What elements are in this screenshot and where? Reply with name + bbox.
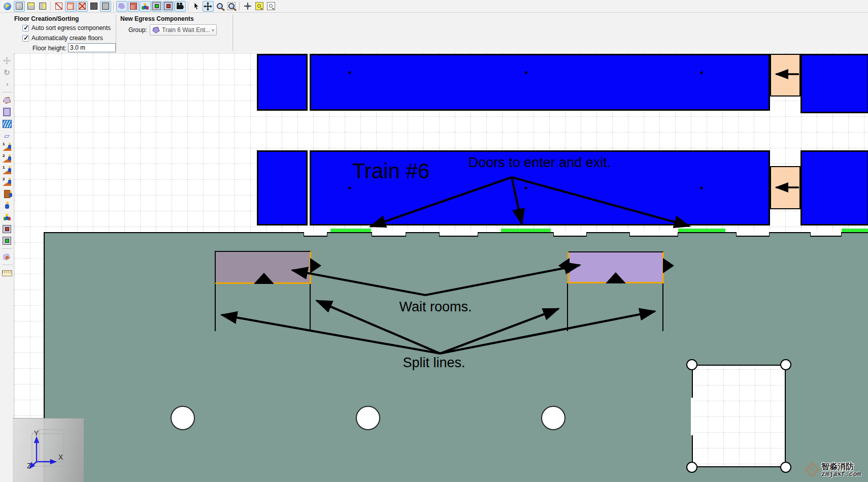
train-door[interactable] bbox=[501, 229, 551, 232]
terrain-icon bbox=[118, 3, 125, 10]
door-tool-button[interactable] bbox=[1, 118, 13, 129]
navigate-view-button[interactable] bbox=[2, 1, 13, 12]
measure-tool-button[interactable] bbox=[1, 268, 13, 278]
floor-height-input[interactable] bbox=[68, 43, 116, 52]
split-line[interactable] bbox=[310, 284, 311, 331]
wait-rooms-annotation[interactable]: Wait rooms. bbox=[399, 299, 472, 315]
door-marker-up[interactable] bbox=[606, 272, 626, 283]
group-dropdown[interactable]: Train 6 Wait Ent... ▾ bbox=[150, 24, 217, 36]
thin-room-tool-button[interactable] bbox=[1, 130, 13, 141]
platform-column[interactable] bbox=[171, 406, 195, 430]
watermark: 智淼消防 zmjaxf.com bbox=[805, 462, 861, 477]
platform-column[interactable] bbox=[356, 406, 380, 430]
train-car[interactable] bbox=[257, 54, 770, 111]
train-car[interactable] bbox=[800, 54, 868, 113]
train-door[interactable] bbox=[678, 229, 725, 232]
orbit-point-tool-button[interactable] bbox=[242, 1, 253, 12]
elevator-tool-button[interactable] bbox=[1, 188, 13, 199]
zoom-fit-selected-button[interactable] bbox=[265, 1, 277, 12]
add-occupant-tool-button[interactable] bbox=[1, 200, 13, 211]
exit-door-tool-button[interactable] bbox=[1, 223, 13, 234]
platform-column[interactable] bbox=[541, 406, 565, 430]
wireframe-render-button[interactable] bbox=[53, 1, 64, 12]
sidebar-separator bbox=[2, 248, 12, 249]
zoom-fit-all-button[interactable] bbox=[254, 1, 265, 12]
show-occupants-button[interactable] bbox=[140, 1, 151, 12]
corner-column[interactable] bbox=[686, 359, 697, 370]
group-label: Group: bbox=[128, 26, 147, 34]
door-marker-right[interactable] bbox=[663, 258, 674, 273]
polygon-room-tool-button[interactable] bbox=[1, 95, 13, 106]
solid-render-button[interactable] bbox=[100, 1, 111, 12]
entry-door-tool-button[interactable] bbox=[1, 235, 13, 246]
door-marker-right[interactable] bbox=[310, 258, 321, 273]
orbit-point-icon bbox=[244, 3, 251, 10]
perspective-view-button[interactable] bbox=[14, 1, 25, 12]
move-icon bbox=[3, 57, 11, 65]
cutout-door-gap bbox=[691, 398, 693, 435]
corner-column[interactable] bbox=[780, 462, 791, 473]
cutout-room[interactable] bbox=[692, 365, 786, 467]
auto-sort-checkbox[interactable] bbox=[22, 25, 29, 31]
doors-annotation[interactable]: Doors to enter and exit. bbox=[469, 155, 611, 171]
rectangle-room-tool-button[interactable] bbox=[1, 107, 13, 117]
corner-column[interactable] bbox=[780, 359, 791, 370]
show-exits-button[interactable] bbox=[163, 1, 174, 12]
show-cameras-button[interactable] bbox=[175, 1, 186, 12]
axis-x-label: X bbox=[58, 453, 63, 461]
pan-tool-button[interactable] bbox=[203, 1, 214, 12]
train-car[interactable] bbox=[800, 150, 868, 226]
orbit-objects-tool-button[interactable] bbox=[1, 79, 13, 89]
transparent-render-button[interactable] bbox=[77, 1, 88, 12]
split-line[interactable] bbox=[215, 284, 216, 331]
side-view-button[interactable] bbox=[37, 1, 48, 12]
ramp-tool-1-button[interactable]: 1 bbox=[1, 165, 13, 176]
auto-create-checkbox[interactable] bbox=[22, 35, 29, 42]
polygon-room-icon bbox=[3, 97, 11, 104]
platform-edge-notch bbox=[553, 232, 587, 237]
auto-sort-checkbox-row[interactable]: Auto sort egress components bbox=[22, 24, 111, 31]
move-objects-tool-button[interactable] bbox=[1, 55, 13, 66]
magnifier-icon bbox=[217, 3, 223, 9]
rectangle-room-icon bbox=[3, 108, 11, 116]
auto-create-checkbox-row[interactable]: Automatically create floors bbox=[22, 35, 103, 42]
show-assemblies-button[interactable] bbox=[128, 1, 139, 12]
corner-column[interactable] bbox=[686, 462, 697, 473]
split-line[interactable] bbox=[567, 283, 568, 331]
door-marker-up[interactable] bbox=[254, 273, 274, 284]
panel-separator bbox=[232, 15, 233, 51]
door-wall-icon bbox=[152, 2, 161, 10]
train-connector[interactable] bbox=[770, 166, 800, 209]
train-door[interactable] bbox=[330, 229, 371, 232]
stairs-tool-2-button[interactable]: 2 bbox=[1, 153, 13, 164]
zoom-box-tool-button[interactable] bbox=[226, 1, 237, 12]
show-doors-button[interactable] bbox=[151, 1, 162, 12]
train-door[interactable] bbox=[842, 229, 868, 232]
cube-top-icon bbox=[27, 3, 35, 10]
train-car-gap bbox=[306, 150, 311, 226]
extrude-icon bbox=[3, 253, 11, 261]
zoom-tool-button[interactable] bbox=[214, 1, 225, 12]
ramp-tool-2-button[interactable]: 2 bbox=[1, 177, 13, 187]
top-view-button[interactable] bbox=[25, 1, 37, 12]
split-lines-annotation[interactable]: Split lines. bbox=[403, 355, 465, 371]
outline-render-button[interactable] bbox=[65, 1, 76, 12]
gray-cube-icon bbox=[102, 3, 109, 10]
stairs-icon: 1 bbox=[3, 144, 11, 151]
occupant-icon bbox=[5, 202, 9, 209]
watermark-url-text: zmjaxf.com bbox=[821, 471, 861, 477]
train-connector[interactable] bbox=[770, 54, 800, 97]
rotate-objects-tool-button[interactable] bbox=[1, 67, 13, 78]
axis-gizmo-drawing: Y X Z bbox=[13, 419, 84, 482]
split-line[interactable] bbox=[662, 283, 663, 331]
tool-sidebar: 1 2 1 2 bbox=[0, 53, 14, 482]
select-tool-button[interactable] bbox=[191, 1, 202, 12]
toolbar-separator bbox=[113, 2, 114, 11]
solid-dark-render-button[interactable] bbox=[88, 1, 99, 12]
add-occupant-group-tool-button[interactable] bbox=[1, 212, 13, 222]
show-terrain-button[interactable] bbox=[116, 1, 127, 12]
train-6-label[interactable]: Train #6 bbox=[352, 159, 430, 183]
stairs-tool-1-button[interactable]: 1 bbox=[1, 142, 13, 152]
door-marker-left[interactable] bbox=[558, 258, 570, 273]
extrude-tool-button[interactable] bbox=[1, 251, 13, 262]
